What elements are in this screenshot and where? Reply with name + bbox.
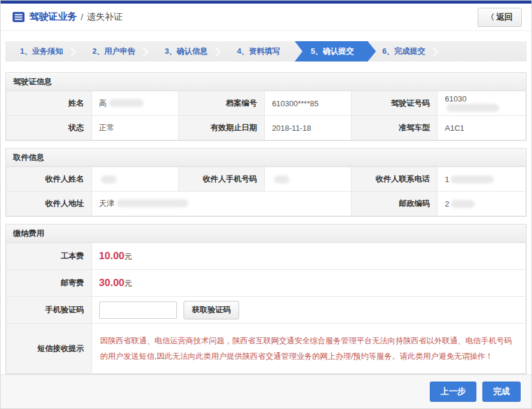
- step-6-complete-submit[interactable]: 6、完成提交: [368, 41, 440, 61]
- step-5-confirm-submit[interactable]: 5、确认提交: [295, 41, 376, 61]
- table-row: 状态 正常 有效期止日期 2018-11-18 准驾车型 A1C1: [7, 116, 526, 140]
- field-label-name: 姓名: [7, 91, 92, 116]
- breadcrumb-separator: /: [81, 12, 83, 22]
- field-value-status: 正常: [91, 116, 178, 140]
- chevron-left-icon: 〈: [487, 12, 494, 23]
- spacer: [1, 217, 531, 224]
- field-label-vehicle-class: 准驾车型: [351, 116, 437, 140]
- steps-bar: 1、业务须知 2、用户申告 3、确认信息 4、资料填写 5、确认提交 6、完成提…: [5, 41, 527, 61]
- section-license-info: 驾驶证信息 姓名 高 档案编号 610300****85 驾驶证号码 61030…: [5, 72, 527, 141]
- fee-unit: 元: [124, 252, 132, 261]
- section-pickup-info: 取件信息 收件人姓名 收件人手机号码 收件人联系电话 1 收件人地址 天津 邮政…: [5, 148, 527, 217]
- redaction-blur: [451, 200, 475, 208]
- pickup-info-table: 收件人姓名 收件人手机号码 收件人联系电话 1 收件人地址 天津 邮政编码 2: [6, 167, 526, 216]
- field-label-recipient-mobile: 收件人手机号码: [178, 167, 264, 192]
- section-title: 缴纳费用: [6, 225, 526, 242]
- redaction-blur: [109, 99, 143, 107]
- step-3-confirm-info[interactable]: 3、确认信息: [150, 41, 222, 61]
- page-container: 驾驶证业务 / 遗失补证 〈 返回 1、业务须知 2、用户申告 3、确认信息 4…: [0, 0, 532, 409]
- license-info-table: 姓名 高 档案编号 610300****85 驾驶证号码 61030 状态 正常…: [6, 91, 526, 140]
- field-value-postage-fee: 30.00元: [91, 270, 525, 297]
- field-value-recipient-mobile: [264, 167, 351, 192]
- section-title: 驾驶证信息: [6, 73, 526, 91]
- sms-code-input[interactable]: [99, 302, 177, 319]
- fee-amount: 30.00: [99, 277, 125, 288]
- table-row: 收件人地址 天津 邮政编码 2: [7, 192, 526, 216]
- field-label-recipient-phone: 收件人联系电话: [351, 167, 437, 192]
- sms-notice-text: 因陕西省联通、电信运营商技术问题，陕西省互联网交通安全综合服务管理平台无法向持陕…: [99, 330, 518, 367]
- step-label: 5、确认提交: [311, 46, 354, 57]
- table-row: 工本费 10.00元: [7, 243, 526, 270]
- table-row: 收件人姓名 收件人手机号码 收件人联系电话 1: [7, 167, 526, 192]
- step-2-user-declaration[interactable]: 2、用户申告: [78, 41, 150, 61]
- field-value-expiry-date: 2018-11-18: [264, 116, 351, 140]
- step-label: 4、资料填写: [237, 46, 280, 57]
- redaction-blur: [451, 176, 494, 183]
- redaction-blur: [117, 199, 188, 207]
- step-label: 1、业务须知: [20, 46, 63, 57]
- field-label-expiry-date: 有效期止日期: [178, 116, 264, 140]
- field-label-recipient-name: 收件人姓名: [7, 167, 92, 192]
- field-value-production-fee: 10.00元: [91, 243, 525, 270]
- page-title: 驾驶证业务: [29, 11, 77, 23]
- spacer: [1, 141, 531, 148]
- field-label-postage-fee: 邮寄费: [7, 270, 92, 297]
- field-label-license-number: 驾驶证号码: [351, 91, 437, 116]
- page-header: 驾驶证业务 / 遗失补证 〈 返回: [1, 4, 531, 31]
- sms-notice-cell: 因陕西省联通、电信运营商技术问题，陕西省互联网交通安全综合服务管理平台无法向持陕…: [91, 324, 525, 374]
- step-label: 3、确认信息: [164, 46, 207, 57]
- spacer: [1, 31, 531, 41]
- field-label-sms-code: 手机验证码: [7, 297, 92, 324]
- field-value-file-number: 610300****85: [264, 91, 351, 116]
- get-code-button[interactable]: 获取验证码: [184, 301, 239, 319]
- field-value-recipient-name: [91, 167, 178, 192]
- field-label-file-number: 档案编号: [178, 91, 264, 116]
- section-title: 取件信息: [6, 149, 526, 167]
- field-label-status: 状态: [7, 116, 92, 140]
- field-value-name: 高: [91, 91, 178, 116]
- field-value-license-number: 61030: [438, 91, 526, 116]
- section-fees: 缴纳费用 工本费 10.00元 邮寄费 30.00元 手机验证码 获取验证码: [5, 224, 527, 374]
- step-4-fill-data[interactable]: 4、资料填写: [222, 41, 295, 61]
- table-row: 姓名 高 档案编号 610300****85 驾驶证号码 61030: [7, 91, 526, 116]
- field-value-vehicle-class: A1C1: [438, 116, 526, 140]
- field-value-recipient-phone: 1: [438, 167, 526, 192]
- field-label-postal-code: 邮政编码: [351, 192, 437, 216]
- step-label: 2、用户申告: [92, 46, 135, 57]
- step-1-business-notice[interactable]: 1、业务须知: [5, 41, 78, 61]
- field-label-production-fee: 工本费: [7, 243, 92, 270]
- breadcrumb-current: 遗失补证: [87, 11, 123, 23]
- previous-step-button[interactable]: 上一步: [430, 382, 476, 402]
- table-row: 邮寄费 30.00元: [7, 270, 526, 297]
- redaction-blur: [274, 176, 289, 183]
- back-button-label: 返回: [496, 12, 513, 23]
- redaction-blur: [101, 176, 117, 183]
- field-label-sms-notice: 短信接收提示: [7, 324, 92, 374]
- list-icon: [13, 12, 25, 22]
- redaction-blur: [447, 104, 499, 112]
- fees-table: 工本费 10.00元 邮寄费 30.00元 手机验证码 获取验证码 短信接收提: [6, 242, 526, 374]
- field-label-recipient-address: 收件人地址: [7, 192, 92, 216]
- footer-actions: 上一步 完成: [1, 374, 531, 408]
- sms-code-cell: 获取验证码: [91, 297, 525, 324]
- step-label: 6、完成提交: [382, 46, 425, 57]
- spacer: [1, 61, 531, 72]
- back-button[interactable]: 〈 返回: [478, 8, 522, 27]
- fee-amount: 10.00: [99, 250, 125, 262]
- field-value-postal-code: 2: [438, 192, 526, 216]
- steps-bar-filler: [440, 41, 527, 61]
- field-value-recipient-address: 天津: [91, 192, 351, 216]
- table-row: 短信接收提示 因陕西省联通、电信运营商技术问题，陕西省互联网交通安全综合服务管理…: [7, 324, 526, 374]
- finish-button[interactable]: 完成: [482, 382, 521, 402]
- table-row: 手机验证码 获取验证码: [7, 297, 526, 324]
- fee-unit: 元: [124, 279, 132, 288]
